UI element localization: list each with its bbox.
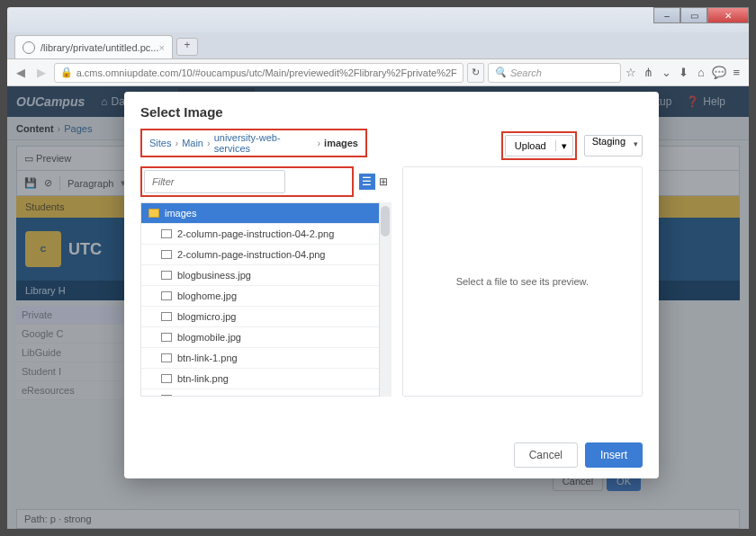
image-file-icon	[161, 374, 172, 383]
image-file-icon	[161, 312, 172, 321]
window-titlebar: – ▭ ✕	[7, 7, 749, 32]
window-close-button[interactable]: ✕	[707, 7, 749, 23]
browser-tab[interactable]: /library/private/untitled.pc... ×	[14, 35, 173, 58]
image-file-icon	[161, 333, 172, 342]
new-tab-button[interactable]: +	[176, 38, 198, 56]
tab-close-icon[interactable]: ×	[158, 42, 164, 53]
file-name: bursar-screen-shot.png	[177, 394, 280, 397]
file-name: blogmobile.jpg	[177, 332, 241, 343]
url-text: a.cms.omniupdate.com/10/#oucampus/utc/Ma…	[76, 67, 457, 78]
folder-header[interactable]: images	[141, 203, 391, 223]
modal-insert-button[interactable]: Insert	[585, 442, 643, 468]
file-list: images 2-column-page-instruction-04-2.pn…	[140, 202, 392, 397]
window-frame: – ▭ ✕ /library/private/untitled.pc... × …	[0, 0, 756, 536]
lock-icon: 🔒	[60, 67, 73, 78]
preview-hint: Select a file to see its preview.	[456, 276, 589, 287]
file-row[interactable]: btn-link-1.png	[141, 347, 391, 368]
image-file-icon	[161, 291, 172, 300]
filter-input[interactable]	[144, 170, 285, 193]
file-name: btn-link-1.png	[177, 353, 238, 363]
highlight-filter	[140, 166, 354, 197]
preview-pane: Select a file to see its preview.	[402, 166, 643, 397]
image-file-icon	[161, 271, 172, 280]
forward-button[interactable]: ▶	[33, 63, 50, 83]
upload-button[interactable]: Upload ▾	[505, 135, 573, 156]
menu-icon[interactable]: ≡	[730, 65, 743, 81]
file-name: 2-column-page-instruction-04.png	[177, 249, 325, 260]
browser-toolbar: ◀ ▶ 🔒 a.cms.omniupdate.com/10/#oucampus/…	[7, 59, 749, 86]
star-icon[interactable]: ☆	[625, 65, 638, 81]
file-row[interactable]: 2-column-page-instruction-04-2.png	[141, 223, 391, 244]
file-name: btn-link.png	[177, 373, 229, 384]
share-icon[interactable]: ⋔	[642, 65, 655, 81]
image-file-icon	[161, 353, 172, 362]
modal-breadcrumb: Sites› Main› university-web-services› im…	[144, 132, 364, 154]
modal-cancel-button[interactable]: Cancel	[514, 442, 578, 468]
bc-images: images	[324, 138, 358, 148]
bc-uws[interactable]: university-web-services	[214, 132, 314, 154]
file-row[interactable]: bursar-screen-shot.png	[141, 389, 391, 397]
image-file-icon	[161, 250, 172, 259]
file-name: blogmicro.jpg	[177, 311, 236, 322]
scroll-thumb[interactable]	[381, 206, 390, 237]
file-name: bloghome.jpg	[177, 290, 237, 301]
pocket-icon[interactable]: ⌄	[659, 65, 672, 81]
file-browser: ☰ ⊞ images 2-column-page-instruction-04-…	[140, 166, 392, 397]
file-row[interactable]: 2-column-page-instruction-04.png	[141, 244, 391, 264]
file-row[interactable]: blogmobile.jpg	[141, 326, 391, 347]
globe-icon	[22, 41, 35, 54]
window-minimize-button[interactable]: –	[653, 7, 680, 23]
back-button[interactable]: ◀	[13, 63, 30, 83]
window-maximize-button[interactable]: ▭	[680, 7, 707, 23]
highlight-breadcrumb: Sites› Main› university-web-services› im…	[140, 129, 367, 157]
image-file-icon	[161, 395, 172, 397]
search-icon: 🔍	[494, 67, 507, 78]
bc-sites[interactable]: Sites	[149, 138, 171, 148]
reload-button[interactable]: ↻	[467, 63, 484, 83]
download-icon[interactable]: ⬇	[677, 65, 690, 81]
scrollbar[interactable]	[379, 202, 392, 397]
chevron-down-icon[interactable]: ▾	[556, 140, 572, 152]
grid-view-button[interactable]: ⊞	[375, 174, 392, 190]
chat-icon[interactable]: 💬	[712, 65, 726, 81]
image-file-icon	[161, 229, 172, 238]
browser-tab-title: /library/private/untitled.pc...	[40, 42, 158, 53]
upload-row: Upload ▾ Staging	[501, 131, 643, 160]
page-content: OUCampus ⌂Dashboard 📁Content 📋Reports ✚A…	[7, 86, 749, 529]
select-image-modal: Select Image Sites› Main› university-web…	[124, 92, 659, 478]
folder-icon	[148, 209, 159, 218]
modal-title: Select Image	[140, 104, 643, 120]
file-name: 2-column-page-instruction-04-2.png	[177, 228, 334, 239]
file-name: blogbusiness.jpg	[177, 270, 251, 281]
search-placeholder: Search	[510, 67, 542, 78]
staging-select[interactable]: Staging	[584, 135, 643, 156]
file-row[interactable]: blogbusiness.jpg	[141, 264, 391, 285]
file-row[interactable]: blogmicro.jpg	[141, 306, 391, 326]
highlight-upload: Upload ▾	[501, 131, 577, 160]
home-icon[interactable]: ⌂	[694, 65, 707, 81]
modal-footer: Cancel Insert	[514, 442, 643, 468]
list-view-button[interactable]: ☰	[359, 174, 375, 190]
browser-search-field[interactable]: 🔍 Search	[488, 63, 621, 83]
browser-tabstrip: /library/private/untitled.pc... × +	[7, 32, 749, 59]
file-row[interactable]: btn-link.png	[141, 368, 391, 389]
file-row[interactable]: bloghome.jpg	[141, 285, 391, 306]
view-toggle: ☰ ⊞	[359, 174, 392, 190]
bc-main[interactable]: Main	[182, 138, 203, 148]
url-field[interactable]: 🔒 a.cms.omniupdate.com/10/#oucampus/utc/…	[54, 63, 464, 83]
